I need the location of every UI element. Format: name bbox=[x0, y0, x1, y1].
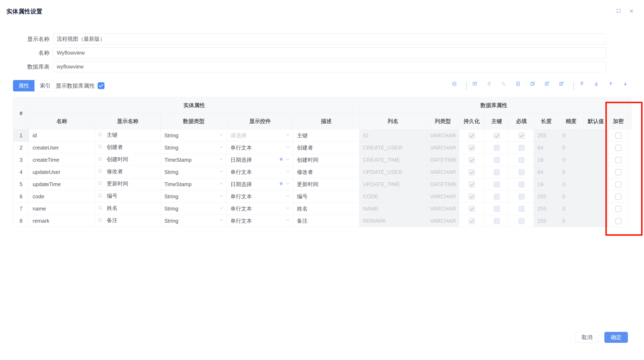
name-cell[interactable]: updateTime bbox=[29, 178, 95, 191]
data-type-select[interactable]: String bbox=[161, 203, 227, 215]
gear-icon[interactable] bbox=[279, 157, 285, 163]
description-cell[interactable]: 编号 bbox=[294, 191, 360, 203]
text-visible-icon bbox=[98, 194, 104, 200]
persistent-cell bbox=[459, 142, 484, 154]
sql-add-icon[interactable]: S bbox=[544, 81, 554, 91]
default-value-cell bbox=[584, 166, 608, 178]
description-cell[interactable]: 修改者 bbox=[294, 166, 360, 178]
control-select[interactable]: 请选择 bbox=[227, 129, 294, 142]
cancel-button[interactable]: 取消 bbox=[576, 332, 598, 343]
display-name-cell[interactable]: 姓名 bbox=[95, 203, 161, 215]
display-name-cell[interactable]: 主键 bbox=[95, 129, 161, 142]
control-select[interactable]: 单行文本 bbox=[227, 203, 294, 215]
show-db-props-checkbox[interactable] bbox=[98, 82, 104, 89]
encrypted-checkbox[interactable] bbox=[615, 145, 622, 151]
data-type-select[interactable]: TimeStamp bbox=[161, 178, 227, 191]
description-cell[interactable]: 更新时间 bbox=[294, 178, 360, 191]
display-name-cell[interactable]: 备注 bbox=[95, 215, 161, 227]
close-icon[interactable] bbox=[629, 9, 635, 15]
col-header-primary-key: 主键 bbox=[484, 113, 509, 129]
document-icon[interactable] bbox=[515, 81, 525, 91]
display-name-cell[interactable]: 创建者 bbox=[95, 142, 161, 154]
precision-cell: 0 bbox=[559, 166, 584, 178]
column-type-cell: VARCHAR bbox=[426, 191, 459, 203]
data-type-select[interactable]: String bbox=[161, 215, 227, 227]
name-input[interactable] bbox=[53, 47, 606, 58]
tab-properties[interactable]: 属性 bbox=[13, 80, 34, 91]
display-name-cell[interactable]: 编号 bbox=[95, 191, 161, 203]
description-cell[interactable]: 备注 bbox=[294, 215, 360, 227]
encrypted-checkbox[interactable] bbox=[615, 194, 622, 200]
persistent-cell bbox=[459, 215, 484, 227]
primary-key-cell bbox=[484, 191, 509, 203]
name-cell[interactable]: createUser bbox=[29, 142, 95, 154]
primary-key-cell bbox=[484, 154, 509, 166]
data-type-select[interactable]: String bbox=[161, 129, 227, 142]
primary-key-checkbox bbox=[494, 157, 500, 163]
name-cell[interactable]: code bbox=[29, 191, 95, 203]
ok-button[interactable]: 确定 bbox=[604, 332, 628, 343]
persistent-cell bbox=[459, 178, 484, 191]
length-cell: 255 bbox=[534, 191, 559, 203]
description-cell[interactable]: 创建时间 bbox=[294, 154, 360, 166]
move-bottom-icon[interactable] bbox=[594, 81, 603, 91]
copy-icon[interactable] bbox=[530, 81, 539, 91]
encrypted-checkbox[interactable] bbox=[615, 181, 622, 188]
fullscreen-icon[interactable] bbox=[616, 8, 623, 15]
display-name-cell[interactable]: 修改者 bbox=[95, 166, 161, 178]
move-down-icon[interactable] bbox=[622, 81, 632, 91]
encrypted-checkbox[interactable] bbox=[615, 157, 622, 163]
data-type-select[interactable]: String bbox=[161, 142, 227, 154]
chevron-down-icon bbox=[285, 132, 290, 139]
encrypted-checkbox[interactable] bbox=[615, 169, 622, 175]
name-cell[interactable]: createTime bbox=[29, 154, 95, 166]
control-select[interactable]: 单行文本 bbox=[227, 142, 294, 154]
col-header-display-name: 显示名称 bbox=[95, 113, 161, 129]
gear-icon[interactable] bbox=[279, 181, 285, 188]
column-type-cell: VARCHAR bbox=[426, 203, 459, 215]
attributes-table: # 实体属性 数据库属性 名称显示名称数据类型显示控件描述列名列类型持久化主键必… bbox=[13, 97, 632, 227]
default-value-cell bbox=[584, 129, 608, 142]
required-checkbox bbox=[518, 206, 525, 212]
persistent-cell bbox=[459, 203, 484, 215]
required-checkbox bbox=[518, 169, 525, 175]
encrypted-checkbox[interactable] bbox=[615, 206, 622, 212]
table-row: 6code编号String单行文本编号CODEVARCHAR2550 bbox=[13, 191, 632, 203]
data-type-select[interactable]: String bbox=[161, 191, 227, 203]
ai-icon[interactable]: AI bbox=[452, 81, 461, 91]
display-name-input[interactable] bbox=[53, 34, 606, 45]
required-cell bbox=[509, 142, 534, 154]
name-cell[interactable]: id bbox=[29, 129, 95, 142]
import-add-icon[interactable] bbox=[472, 81, 481, 91]
move-up-icon[interactable] bbox=[608, 81, 617, 91]
control-select[interactable]: 日期选择 bbox=[227, 154, 294, 166]
encrypted-cell bbox=[608, 166, 628, 178]
display-name-cell[interactable]: 创建时间 bbox=[95, 154, 161, 166]
encrypted-checkbox[interactable] bbox=[615, 218, 622, 224]
control-select[interactable]: 单行文本 bbox=[227, 166, 294, 178]
name-cell[interactable]: updateUser bbox=[29, 166, 95, 178]
ddl-add-icon[interactable]: D bbox=[559, 81, 568, 91]
control-select[interactable]: 单行文本 bbox=[227, 215, 294, 227]
display-name-cell[interactable]: 更新时间 bbox=[95, 178, 161, 191]
data-type-select[interactable]: String bbox=[161, 166, 227, 178]
description-cell[interactable]: 主键 bbox=[294, 129, 360, 142]
move-top-icon[interactable] bbox=[579, 81, 588, 91]
db-table-input[interactable] bbox=[53, 61, 606, 72]
precision-cell: 0 bbox=[559, 215, 584, 227]
encrypted-checkbox[interactable] bbox=[615, 132, 622, 139]
column-name-cell: UPDATE_TIME bbox=[360, 178, 426, 191]
description-cell[interactable]: 创建者 bbox=[294, 142, 360, 154]
row-index: 2 bbox=[13, 142, 29, 154]
tab-index[interactable]: 索引 bbox=[34, 80, 56, 91]
data-type-select[interactable]: TimeStamp bbox=[161, 154, 227, 166]
name-cell[interactable]: remark bbox=[29, 215, 95, 227]
name-cell[interactable]: name bbox=[29, 203, 95, 215]
description-cell[interactable]: 姓名 bbox=[294, 203, 360, 215]
chevron-down-icon bbox=[285, 193, 290, 200]
display-name-label: 显示名称 bbox=[0, 35, 50, 43]
required-checkbox bbox=[518, 194, 525, 200]
control-select[interactable]: 单行文本 bbox=[227, 191, 294, 203]
chevron-down-icon bbox=[285, 169, 290, 175]
control-select[interactable]: 日期选择 bbox=[227, 178, 294, 191]
